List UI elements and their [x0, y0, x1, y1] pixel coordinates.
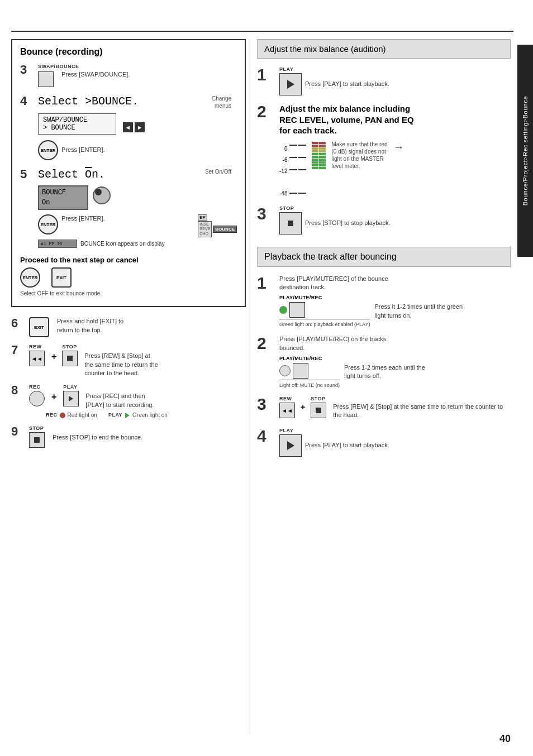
- swap-bounce-button[interactable]: [38, 71, 54, 87]
- play-button-p4[interactable]: [279, 434, 302, 457]
- rec-label-small: REC: [46, 412, 58, 418]
- step-8: 8 REC + PLAY Press [REC] and then[PLAY] …: [11, 384, 246, 419]
- step-9: 9 STOP Press [STOP] to end the bounce.: [11, 425, 246, 448]
- audition-step-2-content: Adjust the mix balance includingREC LEVE…: [279, 103, 511, 197]
- step-6-action: Press and hold [EXIT] toreturn to the to…: [57, 317, 123, 334]
- step-9-content: STOP Press [STOP] to end the bounce.: [29, 425, 246, 448]
- enter-proceed-btn[interactable]: ENTER: [20, 267, 40, 288]
- exit-proceed-btn[interactable]: EXIT: [51, 267, 72, 288]
- audition-step-1-content: PLAY Press [PLAY] to start playback.: [279, 66, 511, 97]
- green-play-8: [125, 413, 130, 418]
- playback-step-1: 1 Press [PLAY/MUTE/REC] of the bouncedes…: [257, 275, 511, 328]
- swap-bounce-label: SWAP/BOUNCE: [38, 64, 237, 69]
- plus-7: +: [51, 352, 56, 362]
- enter-label-5: ENTER: [40, 222, 55, 227]
- exit-button-6[interactable]: EXIT: [29, 317, 49, 337]
- top-line: [11, 31, 513, 32]
- playback-step-2-content: Press [PLAY/MUTE/REC] on the tracksbounc…: [279, 335, 511, 388]
- audition-step-2-num: 2: [257, 103, 277, 120]
- playback-step-2: 2 Press [PLAY/MUTE/REC] on the tracksbou…: [257, 335, 511, 388]
- menu-display: SWAP/BOUNCE > BOUNCE: [38, 113, 116, 135]
- stop-button-9[interactable]: [29, 432, 45, 448]
- sidebar-tab-text: Bounce/Project>Rec setting>Bounce: [522, 96, 529, 205]
- select-off-text: Select OFF to exit bounce mode.: [20, 290, 237, 297]
- pmr-label-p1: PLAY/MUTE/REC: [279, 295, 370, 300]
- step-3-action: Press [SWAP/BOUNCE].: [61, 70, 130, 79]
- playback-step-4-num: 4: [257, 428, 277, 444]
- playback-step-3-content: REW ◄◄ + STOP Press [REW] & [Stop] at th…: [279, 396, 511, 420]
- rec-button-8[interactable]: [29, 391, 45, 406]
- audition-step-3-action: Press [STOP] to stop playback.: [305, 219, 391, 227]
- audition-step-3-num: 3: [257, 205, 277, 222]
- page-number: 40: [499, 733, 511, 745]
- playback-step-3-action: Press [REW] & [Stop] at the same time to…: [333, 403, 511, 420]
- play-label-a1: PLAY: [279, 66, 511, 72]
- stop-button-7[interactable]: [62, 351, 78, 366]
- step-9-num: 9: [11, 425, 27, 438]
- playback-step-1-content: Press [PLAY/MUTE/REC] of the bouncedesti…: [279, 275, 511, 328]
- stop-label-p3: STOP: [311, 396, 326, 401]
- step-8-num: 8: [11, 384, 27, 396]
- toggle-switch[interactable]: [93, 186, 111, 204]
- stop-label-7: STOP: [62, 344, 78, 350]
- playback-step-2-action: Press [PLAY/MUTE/REC] on the tracksbounc…: [279, 335, 511, 352]
- step-5-sub: Press [ENTER].: [61, 214, 105, 223]
- step-4-content: Select >BOUNCE. Changemenus SWAP/BOUNCE …: [38, 95, 237, 160]
- step-6-content: EXIT Press and hold [EXIT] toreturn to t…: [29, 317, 246, 337]
- step-4-side-note: Changemenus: [187, 95, 231, 109]
- green-light-text: Green light on: [132, 412, 168, 419]
- ins-rev-cho-label: INSEREVECHO: [198, 221, 212, 237]
- red-light-text: Red light on: [68, 412, 97, 419]
- step-4-num: 4: [20, 95, 36, 107]
- plus-8: +: [51, 392, 56, 402]
- audition-step-1-action: Press [PLAY] to start playback.: [305, 80, 389, 88]
- right-meter-bars: [312, 142, 326, 169]
- arrow-right-btn[interactable]: ►: [135, 122, 145, 132]
- audition-step-2-action: Adjust the mix balance includingREC LEVE…: [279, 103, 511, 136]
- enter-button-5[interactable]: ENTER: [38, 214, 58, 235]
- bounce-recording-box: Bounce (recording) 3 SWAP/BOUNCE Press […: [11, 39, 246, 307]
- step-4: 4 Select >BOUNCE. Changemenus SWAP/BOUNC…: [20, 95, 237, 160]
- bounce-box-title: Bounce (recording): [20, 47, 237, 57]
- rew-label-7: REW: [29, 344, 45, 350]
- proceed-section: Proceed to the next step or cancel ENTER…: [20, 256, 237, 297]
- step-3-num: 3: [20, 64, 36, 76]
- playback-step-4-content: PLAY Press [PLAY] to start playback.: [279, 428, 511, 458]
- playback-step-1-num: 1: [257, 275, 277, 291]
- level-dashes: [289, 142, 306, 197]
- step-3: 3 SWAP/BOUNCE Press [SWAP/BOUNCE].: [20, 64, 237, 87]
- stop-label-a3: STOP: [279, 205, 511, 211]
- pmr-button-p2[interactable]: [293, 363, 308, 379]
- pmr-button-p1[interactable]: [289, 302, 305, 318]
- stop-button-p3[interactable]: [311, 403, 326, 418]
- rew-button-p3[interactable]: ◄◄: [279, 403, 295, 418]
- circle-btn-p2[interactable]: [279, 365, 291, 376]
- play-button-8[interactable]: [63, 391, 79, 406]
- rew-button-7[interactable]: ◄◄: [29, 351, 45, 366]
- stop-label-9: STOP: [29, 425, 45, 431]
- enter-button-4[interactable]: ENTER: [38, 140, 58, 160]
- step-8-content: REC + PLAY Press [REC] and then[PLAY] to…: [29, 384, 246, 419]
- audition-step-1: 1 PLAY Press [PLAY] to start playback.: [257, 66, 511, 97]
- level-scale: 0 -6 -12 -48: [279, 146, 287, 197]
- step-7-num: 7: [11, 344, 27, 356]
- step-6: 6 EXIT Press and hold [EXIT] toreturn to…: [11, 317, 246, 337]
- audition-step-3: 3 STOP Press [STOP] to stop playback.: [257, 205, 511, 236]
- light-note-p2: Light off: MUTE (no sound): [279, 382, 340, 388]
- arrow-left-btn[interactable]: ◄: [123, 122, 133, 132]
- proceed-text: Proceed to the next step or cancel: [20, 256, 237, 264]
- red-dot-8: [60, 413, 65, 418]
- playback-step-4-action: Press [PLAY] to start playback.: [305, 441, 389, 449]
- audition-step-3-content: STOP Press [STOP] to stop playback.: [279, 205, 511, 236]
- vertical-divider: [250, 39, 250, 734]
- menu-line1: SWAP/BOUNCE: [43, 116, 111, 124]
- plus-p3: +: [301, 403, 305, 412]
- playback-step-2-num: 2: [257, 335, 277, 352]
- stop-button-a3[interactable]: [279, 212, 302, 235]
- rew-label-p3: REW: [279, 396, 295, 401]
- step-5-num: 5: [20, 168, 36, 180]
- playback-step-3-num: 3: [257, 396, 277, 413]
- meter-note: Make sure that the red(0 dB) signal does…: [331, 141, 387, 170]
- bounce-mode-display: BOUNCE On: [38, 185, 88, 210]
- play-button-a1[interactable]: [279, 73, 302, 95]
